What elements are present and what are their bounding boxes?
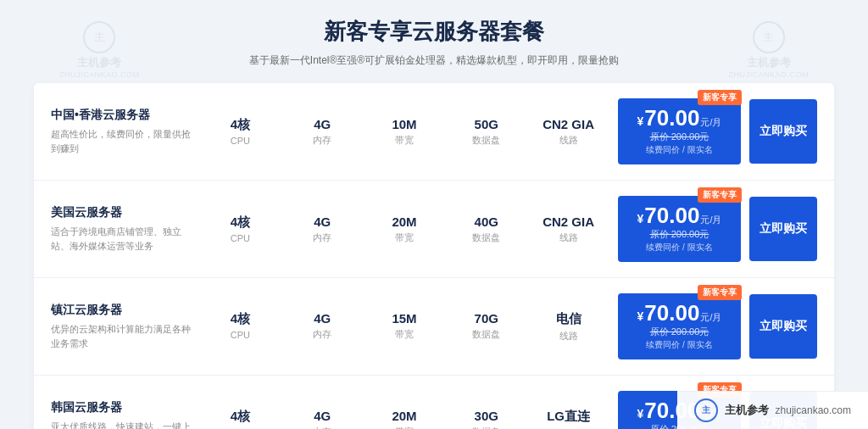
spec-cpu: 4核 CPU [199, 117, 281, 147]
spec-bw: 20M 带宽 [364, 214, 446, 244]
spec-disk: 70G 数据盘 [445, 311, 527, 343]
server-name: 镇江云服务器 [51, 303, 199, 318]
table-row: 中国•香港云服务器 超高性价比，续费同价，限量供抢到赚到 4核 CPU 4G 内… [34, 83, 834, 181]
spec-cpu: 4核 CPU [199, 214, 281, 244]
table-row: 美国云服务器 适合于跨境电商店铺管理、独立站、海外媒体运营等业务 4核 CPU … [34, 181, 834, 278]
new-customer-badge: 新客专享 [698, 285, 742, 300]
spec-disk: 30G 数据盘 [445, 409, 527, 430]
price-note: 续费同价 / 限实名 [628, 144, 731, 156]
server-info: 镇江云服务器 优异的云架构和计算能力满足各种业务需求 [51, 303, 199, 350]
server-info: 中国•香港云服务器 超高性价比，续费同价，限量供抢到赚到 [51, 108, 199, 155]
server-name: 韩国云服务器 [51, 400, 199, 415]
spec-disk: 50G 数据盘 [445, 117, 527, 147]
spec-net: 电信 线路 [527, 311, 609, 343]
bottom-site-name: 主机参考 [725, 403, 769, 418]
server-info: 美国云服务器 适合于跨境电商店铺管理、独立站、海外媒体运营等业务 [51, 205, 199, 253]
server-name: 美国云服务器 [51, 205, 199, 220]
server-desc: 优异的云架构和计算能力满足各种业务需求 [51, 322, 199, 350]
new-customer-badge: 新客专享 [698, 187, 742, 203]
spec-net: CN2 GIA 线路 [527, 214, 609, 244]
new-customer-badge: 新客专享 [698, 90, 742, 105]
page-subtitle: 基于最新一代Intel®至强®可扩展铂金处理器，精选爆款机型，即开即用，限量抢购 [34, 53, 834, 68]
bottom-bar: 主 主机参考 zhujicankao.com [677, 391, 868, 429]
server-desc: 适合于跨境电商店铺管理、独立站、海外媒体运营等业务 [51, 225, 199, 253]
spec-mem: 4G 内存 [281, 311, 364, 343]
spec-bw: 15M 带宽 [364, 311, 446, 343]
page-title: 新客专享云服务器套餐 [34, 17, 834, 47]
server-desc: 超高性价比，续费同价，限量供抢到赚到 [51, 127, 199, 155]
table-row: 镇江云服务器 优异的云架构和计算能力满足各种业务需求 4核 CPU 4G 内存 … [34, 278, 834, 376]
server-desc: 亚太优质线路，快速建站，一键上云 [51, 420, 199, 429]
header-right-watermark: 主 主机参考 ZHUJICANKAO.COM [728, 21, 809, 79]
spec-net: CN2 GIA 线路 [527, 117, 609, 147]
price-display: ¥ 70.00 元/月 [628, 204, 731, 226]
spec-bw: 10M 带宽 [364, 117, 446, 147]
server-info: 韩国云服务器 亚太优质线路，快速建站，一键上云 [51, 400, 199, 429]
page-wrapper: 主 主机参考 ZHUJICANKAO.COM 主 主机参考 ZHUJICANKA… [0, 0, 868, 429]
price-area: 新客专享 ¥ 70.00 元/月 原价 200.00元 续费同价 / 限实名 [618, 196, 741, 262]
spec-cpu: 4核 CPU [199, 311, 281, 343]
server-table: 中国•香港云服务器 超高性价比，续费同价，限量供抢到赚到 4核 CPU 4G 内… [34, 83, 834, 429]
page-header: 主 主机参考 ZHUJICANKAO.COM 主 主机参考 ZHUJICANKA… [34, 17, 834, 68]
buy-button[interactable]: 立即购买 [749, 294, 817, 359]
specs-area: 4核 CPU 4G 内存 20M 带宽 40G 数据盘 CN2 GIA 线路 [199, 214, 609, 244]
bottom-site-url: zhujicankao.com [776, 404, 851, 416]
specs-area: 4核 CPU 4G 内存 15M 带宽 70G 数据盘 电信 线路 [199, 311, 609, 343]
price-area: 新客专享 ¥ 70.00 元/月 原价 200.00元 续费同价 / 限实名 [618, 98, 741, 164]
spec-mem: 4G 内存 [281, 117, 364, 147]
spec-mem: 4G 内存 [281, 214, 364, 244]
price-area: 新客专享 ¥ 70.00 元/月 原价 200.00元 续费同价 / 限实名 [618, 293, 741, 359]
buy-button[interactable]: 立即购买 [749, 99, 817, 164]
buy-button[interactable]: 立即购买 [749, 197, 817, 261]
bottom-logo-icon: 主 [694, 398, 718, 422]
header-left-watermark: 主 主机参考 ZHUJICANKAO.COM [59, 21, 140, 79]
original-price: 原价 200.00元 [628, 326, 731, 338]
price-display: ¥ 70.00 元/月 [628, 107, 731, 129]
specs-area: 4核 CPU 4G 内存 10M 带宽 50G 数据盘 CN2 GIA 线路 [199, 117, 609, 147]
server-name: 中国•香港云服务器 [51, 108, 199, 123]
spec-mem: 4G 内存 [281, 409, 364, 430]
specs-area: 4核 CPU 4G 内存 20M 带宽 30G 数据盘 LG直连 线路 [199, 409, 609, 430]
price-note: 续费同价 / 限实名 [628, 242, 731, 254]
spec-net: LG直连 线路 [527, 409, 609, 430]
original-price: 原价 200.00元 [628, 131, 731, 143]
price-note: 续费同价 / 限实名 [628, 339, 731, 351]
price-display: ¥ 70.00 元/月 [628, 302, 731, 324]
spec-cpu: 4核 CPU [199, 409, 281, 430]
spec-bw: 20M 带宽 [364, 409, 446, 430]
spec-disk: 40G 数据盘 [445, 214, 527, 244]
original-price: 原价 200.00元 [628, 228, 731, 241]
